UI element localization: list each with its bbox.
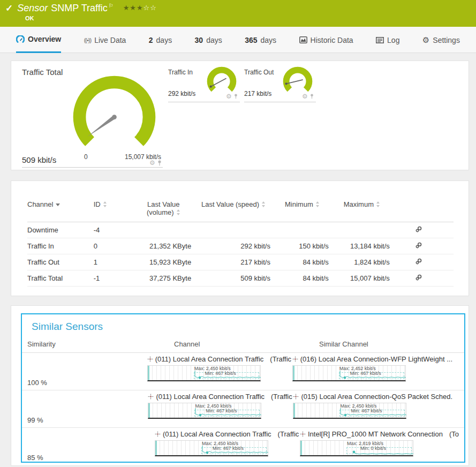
flag-icon[interactable]: ⚐ [109, 3, 114, 9]
gauge-main-label: Traffic Total [22, 67, 63, 77]
tab-number: 2 [149, 36, 153, 44]
channel-minigraph[interactable]: Max: 2,450 kbit/s Min: 467 kbit/s [148, 403, 261, 419]
gauge-underline [22, 152, 163, 168]
crosshair-icon [155, 431, 161, 437]
channel-name: (016) Local Area Connection-WFP LightWei… [300, 355, 452, 363]
status-check-icon: ✓ [5, 3, 13, 14]
channel-settings-icon[interactable] [415, 274, 422, 281]
tab-label: Historic Data [311, 36, 353, 44]
tab-2-days[interactable]: 2 days [149, 27, 172, 53]
chart-icon [299, 36, 307, 43]
table-header-row: Channel ID Last Value (volume) Last Valu… [27, 198, 454, 222]
channel-minigraph[interactable]: Max: 2,450 kbit/s Min: 467 kbit/s [155, 440, 268, 456]
similar-channel-minigraph[interactable]: Max: 2,450 kbit/s Min: 467 kbit/s [293, 403, 406, 419]
similar-sensors-title: Similar Sensors [32, 321, 464, 333]
channel-table-panel: Channel ID Last Value (volume) Last Valu… [11, 180, 469, 296]
table-row: Downtime -4 [27, 222, 454, 238]
sort-icon [262, 201, 266, 207]
tab-30-days[interactable]: 30 days [195, 27, 222, 53]
tab-overview[interactable]: Overview [16, 27, 61, 53]
channel-max: 1,824 kbit/s [334, 254, 395, 270]
tab-historic-data[interactable]: Historic Data [299, 27, 353, 53]
similar-channel-minigraph[interactable]: Max: 2,819 kbit/s Min: 0 kbit/s [300, 440, 413, 456]
channel-volume: 37,275 KByte [135, 270, 197, 287]
channel-min: 84 kbit/s [276, 270, 334, 287]
channel-qualifier: (Traffic To [270, 355, 292, 363]
channel-min [276, 222, 334, 238]
gear-icon: ⚙ [422, 36, 429, 44]
col-header-similar-channel: Similar Channel [319, 340, 459, 348]
channel-qualifier: (Traffic To [271, 393, 293, 401]
channel-link[interactable]: (011) Local Area Connection Traffic (Tra… [148, 393, 293, 401]
sensor-overview-page: ✓ Sensor SNMP Traffic ⚐ ★★★☆☆ OK Overvie… [0, 0, 476, 467]
channel-link[interactable]: (011) Local Area Connection Traffic (Tra… [147, 355, 292, 363]
channel-qualifier: (To [449, 430, 459, 438]
channel-id: 0 [94, 238, 136, 254]
col-header-minimum[interactable]: Minimum [276, 198, 334, 222]
tab-settings[interactable]: ⚙ Settings [422, 27, 460, 53]
col-header-channel[interactable]: Channel [27, 198, 94, 222]
sort-desc-icon [56, 204, 60, 206]
similar-channel-link[interactable]: (015) Local Area Connection-QoS Packet S… [293, 393, 459, 401]
channel-speed: 509 kbit/s [197, 270, 276, 287]
channel-name: Intel[R] PRO_1000 MT Network Connection [308, 430, 443, 438]
sort-icon [376, 201, 380, 207]
gauges-panel: Traffic Total 0 15,007 kbit/s 509 kbit/s… [11, 61, 469, 170]
graph-min-label: Min: 0 kbit/s [335, 446, 412, 451]
channel-settings-icon[interactable] [415, 242, 422, 248]
log-icon [376, 37, 384, 43]
table-row: Traffic Out 1 15,923 KByte 217 kbit/s 84… [27, 254, 454, 270]
table-row: Traffic Total -1 37,275 KByte 509 kbit/s… [27, 270, 454, 287]
similar-channel-link[interactable]: Intel[R] PRO_1000 MT Network Connection … [300, 430, 459, 438]
channel-volume: 21,352 KByte [135, 238, 197, 254]
channel-min: 150 kbit/s [276, 238, 334, 254]
channel-id: 1 [94, 254, 136, 270]
channel-speed: 217 kbit/s [197, 254, 276, 270]
similar-row: 85 % (011) Local Area Connection Traffic… [22, 428, 464, 465]
priority-stars[interactable]: ★★★☆☆ [123, 4, 157, 12]
similar-sensors-panel: Similar Sensors Similarity Channel Simil… [11, 305, 469, 466]
col-header-last-value-speed[interactable]: Last Value (speed) [197, 198, 276, 222]
channel-name: Traffic In [27, 238, 94, 254]
crosshair-icon [300, 431, 306, 437]
channel-volume [135, 222, 197, 238]
graph-min-label: Min: 467 kbit/s [183, 409, 260, 414]
sensor-title: SNMP Traffic [51, 3, 107, 14]
gauge-underline [244, 87, 316, 102]
tab-label: Log [387, 36, 399, 44]
channel-name: (015) Local Area Connection-QoS Packet S… [301, 393, 452, 401]
tab-label: days [261, 36, 277, 44]
similar-channel-link[interactable]: (016) Local Area Connection-WFP LightWei… [292, 355, 459, 363]
col-header-maximum[interactable]: Maximum [334, 198, 395, 222]
tab-number: 365 [245, 36, 257, 44]
channel-speed: 292 kbit/s [197, 238, 276, 254]
crosshair-icon [293, 394, 299, 400]
traffic-in-gauge-cell: Traffic In 292 kbit/s ⚙ [168, 65, 240, 102]
tab-log[interactable]: Log [376, 27, 399, 53]
crosshair-icon [148, 394, 154, 400]
tab-live-data[interactable]: ((•)) Live Data [84, 27, 126, 53]
channel-name: (011) Local Area Connection Traffic [155, 355, 264, 363]
tab-number: 30 [195, 36, 203, 44]
tab-bar: Overview ((•)) Live Data 2 days 30 days … [0, 27, 476, 53]
col-header-id[interactable]: ID [94, 198, 136, 222]
channel-name: Downtime [27, 222, 94, 238]
graph-min-label: Min: 467 kbit/s [328, 409, 405, 414]
tab-label: days [206, 36, 222, 44]
channel-volume: 15,923 KByte [135, 254, 197, 270]
stars-empty: ☆☆ [143, 4, 157, 12]
similar-channel-minigraph[interactable]: Max: 2,452 kbit/s Min: 467 kbit/s [292, 365, 406, 381]
col-header-last-value-volume[interactable]: Last Value (volume) [135, 198, 197, 222]
channel-id: -1 [94, 270, 136, 287]
table-row: Traffic In 0 21,352 KByte 292 kbit/s 150… [27, 238, 454, 254]
tab-365-days[interactable]: 365 days [245, 27, 276, 53]
crosshair-icon [292, 356, 298, 362]
channel-table: Channel ID Last Value (volume) Last Valu… [27, 198, 454, 287]
channel-settings-icon[interactable] [415, 258, 422, 265]
gauge-underline [168, 87, 240, 102]
channel-max [334, 222, 395, 238]
channel-link[interactable]: (011) Local Area Connection Traffic (Tra… [155, 430, 300, 438]
channel-settings-icon[interactable] [415, 226, 422, 232]
similar-row: 99 % (011) Local Area Connection Traffic… [22, 390, 464, 428]
channel-minigraph[interactable]: Max: 2,450 kbit/s Min: 467 kbit/s [147, 365, 261, 381]
